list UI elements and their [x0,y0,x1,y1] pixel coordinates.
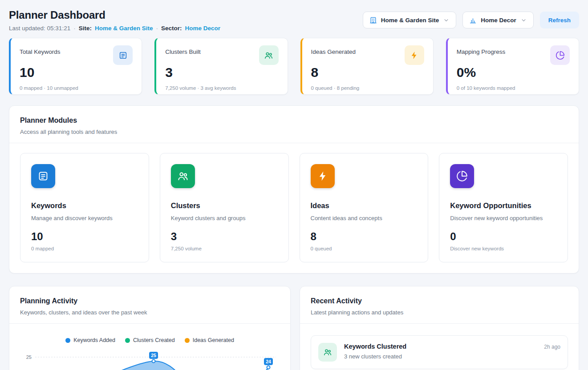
stat-label: Ideas Generated [311,45,356,55]
stat-card-clusters-built: Clusters Built 3 7,250 volume · 3 avg ke… [154,38,288,95]
page-title: Planner Dashboard [9,9,220,21]
stats-row: Total Keywords 10 0 mapped · 10 unmapped… [9,38,579,95]
pie-chart-icon [550,45,570,65]
planner-dashboard-page: Planner Dashboard Last updated: 05:31:21… [0,0,588,370]
legend-label: Ideas Generated [193,337,234,343]
data-label-badge: 25 [149,352,158,359]
document-icon [31,164,55,188]
topbar-controls: Home & Garden Site Home Decor Refresh [363,12,579,28]
document-icon [113,45,133,65]
building-icon [369,16,377,24]
activity-timestamp: 2h ago [544,343,560,350]
chevron-down-icon [520,17,527,24]
legend-item-keywords-added: Keywords Added [65,337,115,343]
bar-chart-icon [469,16,477,24]
stat-label: Clusters Built [165,45,201,55]
legend-item-ideas-generated: Ideas Generated [185,337,234,343]
divider [9,323,290,324]
planning-activity-title: Planning Activity [20,297,280,305]
module-description: Content ideas and concepts [311,215,418,221]
legend-label: Clusters Created [133,337,175,343]
sector-selector-dropdown[interactable]: Home Decor [462,12,534,28]
chart-legend: Keywords Added Clusters Created Ideas Ge… [20,337,280,343]
stat-value: 8 [311,66,424,79]
stat-label: Mapping Progress [457,45,506,55]
svg-text:25: 25 [151,353,156,358]
activity-area-chart: 25 25 24 [20,348,280,370]
module-description: Manage and discover keywords [31,215,138,221]
module-description: Keyword clusters and groups [171,215,278,221]
sector-selector-value: Home Decor [481,17,516,24]
svg-text:24: 24 [266,359,271,364]
users-icon [259,45,279,65]
module-value: 8 [311,230,418,243]
users-icon [318,343,337,362]
last-updated-text: Last updated: 05:31:21 [9,25,70,32]
module-sub: Discover new keywords [450,246,557,251]
stat-card-mapping-progress: Mapping Progress 0% 0 of 10 keywords map… [446,38,579,95]
modules-grid: Keywords Manage and discover keywords 10… [20,153,568,262]
legend-dot [125,338,130,343]
activity-list-item[interactable]: Keywords Clustered 3 new clusters create… [311,335,568,369]
users-icon [171,164,195,188]
legend-dot [65,338,70,343]
module-value: 3 [171,230,278,243]
module-title: Keyword Opportunities [450,201,557,210]
stat-sub: 0 of 10 keywords mapped [457,85,570,91]
site-label: Site: [79,25,92,32]
stat-label: Total Keywords [20,45,61,55]
recent-activity-title: Recent Activity [311,297,568,305]
module-card-keyword-opportunities[interactable]: Keyword Opportunities Discover new keywo… [439,153,568,262]
section-subtitle: Access all planning tools and features [20,129,568,135]
activity-description: 3 new clusters created [344,353,537,360]
data-point [267,366,270,369]
site-selector-dropdown[interactable]: Home & Garden Site [363,12,457,28]
planner-modules-section: Planner Modules Access all planning tool… [9,105,579,273]
stat-value: 10 [20,66,133,79]
stat-sub: 7,250 volume · 3 avg keywords [165,85,278,91]
y-axis-tick: 25 [26,354,32,360]
site-link[interactable]: Home & Garden Site [95,25,153,32]
activity-body: Keywords Clustered 3 new clusters create… [344,343,537,360]
stat-sub: 0 mapped · 10 unmapped [20,85,133,91]
recent-activity-card: Recent Activity Latest planning actions … [300,286,579,370]
topbar-left: Planner Dashboard Last updated: 05:31:21… [9,9,220,32]
topbar: Planner Dashboard Last updated: 05:31:21… [9,0,579,32]
module-sub: 0 queued [311,246,418,251]
site-selector-value: Home & Garden Site [381,17,439,24]
stat-card-total-keywords: Total Keywords 10 0 mapped · 10 unmapped [9,38,142,95]
legend-label: Keywords Added [73,337,115,343]
divider [300,323,579,324]
divider [9,143,579,143]
area-fill [32,361,268,370]
refresh-button[interactable]: Refresh [540,12,579,28]
module-card-keywords[interactable]: Keywords Manage and discover keywords 10… [20,153,149,262]
data-point [152,360,155,363]
module-card-ideas[interactable]: Ideas Content ideas and concepts 8 0 que… [300,153,429,262]
data-label-badge: 24 [264,358,273,365]
module-value: 10 [31,230,138,243]
sector-link[interactable]: Home Decor [185,25,220,32]
stat-sub: 0 queued · 8 pending [311,85,424,91]
module-title: Clusters [171,201,278,210]
planning-activity-subtitle: Keywords, clusters, and ideas over the p… [20,309,280,316]
separator: · [73,25,76,32]
separator: · [156,25,158,32]
pie-chart-icon [450,164,474,188]
bottom-row: Planning Activity Keywords, clusters, an… [9,286,579,370]
lightning-icon [311,164,335,188]
activity-title: Keywords Clustered [344,343,537,350]
legend-item-clusters-created: Clusters Created [125,337,175,343]
module-title: Keywords [31,201,138,210]
stat-card-ideas-generated: Ideas Generated 8 0 queued · 8 pending [300,38,434,95]
module-title: Ideas [311,201,418,210]
section-title: Planner Modules [20,117,568,125]
module-description: Discover new keyword opportunities [450,215,557,221]
lightning-icon [405,45,424,65]
module-value: 0 [450,230,557,243]
module-sub: 7,250 volume [171,246,278,251]
module-card-clusters[interactable]: Clusters Keyword clusters and groups 3 7… [160,153,289,262]
recent-activity-subtitle: Latest planning actions and updates [311,309,568,316]
sector-label: Sector: [161,25,182,32]
stat-value: 0% [457,66,570,79]
